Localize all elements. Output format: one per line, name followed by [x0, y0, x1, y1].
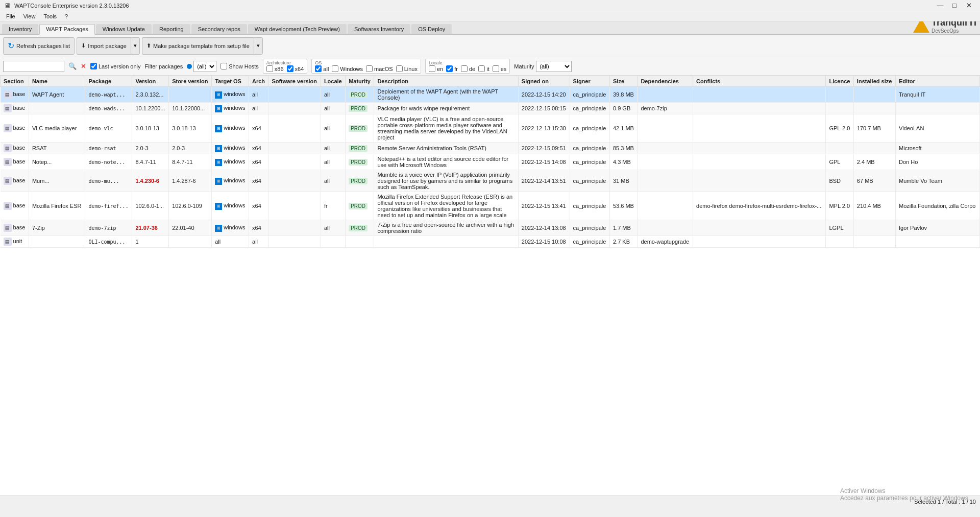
- show-hosts-checkbox[interactable]: [220, 63, 227, 69]
- last-version-only-checkbox[interactable]: [90, 63, 97, 69]
- tab-os-deploy[interactable]: OS Deploy: [411, 24, 452, 34]
- software-version-cell: [268, 236, 321, 248]
- col-conflicts[interactable]: Conflicts: [693, 76, 826, 87]
- table-row[interactable]: ▤ base WAPT Agent demo-wapt... 2.3.0.132…: [1, 87, 980, 103]
- make-template-button[interactable]: ⬆ Make package template from setup file: [142, 37, 254, 55]
- arch-cell: x64: [249, 154, 268, 170]
- col-signed-on[interactable]: Signed on: [518, 76, 570, 87]
- table-row[interactable]: ▤ base Mum... demo-mu... 1.4.230-6 1.4.2…: [1, 170, 980, 192]
- software-version-cell: [268, 154, 321, 170]
- menu-view[interactable]: View: [19, 12, 40, 20]
- licence-cell: [826, 103, 853, 114]
- logo-text: Tranquil IT DevSecOps: [932, 21, 978, 34]
- menu-file[interactable]: File: [2, 12, 19, 20]
- arch-x86-label[interactable]: x86: [266, 65, 284, 72]
- col-name[interactable]: Name: [29, 76, 85, 87]
- maturity-cell: PROD: [346, 170, 374, 192]
- locale-it-checkbox[interactable]: [478, 65, 485, 72]
- col-version[interactable]: Version: [132, 76, 169, 87]
- col-section[interactable]: Section: [1, 76, 29, 87]
- installed-size-cell: [853, 87, 895, 103]
- name-cell: WAPT Agent: [29, 87, 85, 103]
- locale-es-label[interactable]: es: [493, 65, 507, 72]
- maturity-select[interactable]: (all): [536, 61, 572, 72]
- table-row[interactable]: ▤ base demo-wads... 10.1.2200... 10.1.22…: [1, 103, 980, 114]
- locale-de-label[interactable]: de: [461, 65, 475, 72]
- os-linux-checkbox[interactable]: [396, 65, 403, 72]
- os-all-label[interactable]: all: [315, 65, 329, 72]
- section-cell: ▤ unit: [1, 236, 29, 248]
- menu-tools[interactable]: Tools: [39, 12, 61, 20]
- os-all-checkbox[interactable]: [315, 65, 322, 72]
- os-windows-label[interactable]: Windows: [332, 65, 363, 72]
- name-cell: Mum...: [29, 170, 85, 192]
- locale-es-checkbox[interactable]: [493, 65, 499, 72]
- os-macos-label[interactable]: macOS: [366, 65, 393, 72]
- col-maturity[interactable]: Maturity: [346, 76, 374, 87]
- tab-wapt-packages[interactable]: WAPT Packages: [39, 24, 95, 35]
- make-template-dropdown-button[interactable]: ▾: [254, 37, 263, 55]
- table-row[interactable]: ▤ base 7-Zip demo-7zip 21.07-36 22.01-40…: [1, 220, 980, 236]
- last-version-only-checkbox-label[interactable]: Last version only: [90, 63, 141, 69]
- col-installed-size[interactable]: Installed size: [853, 76, 895, 87]
- tab-softwares-inventory[interactable]: Softwares Inventory: [348, 24, 410, 34]
- minimize-button[interactable]: —: [933, 0, 947, 11]
- locale-fr-label[interactable]: fr: [446, 65, 458, 72]
- tab-inventory[interactable]: Inventory: [2, 24, 38, 34]
- col-size[interactable]: Size: [609, 76, 637, 87]
- import-package-button[interactable]: ⬇ Import package: [77, 37, 131, 55]
- col-target-os[interactable]: Target OS: [212, 76, 249, 87]
- table-row[interactable]: ▤ base RSAT demo-rsat 2.0-3 2.0-3 ⊞ wind…: [1, 143, 980, 154]
- col-package[interactable]: Package: [85, 76, 132, 87]
- import-package-dropdown-button[interactable]: ▾: [131, 37, 140, 55]
- os-linux-label[interactable]: Linux: [396, 65, 418, 72]
- col-software-version[interactable]: Software version: [268, 76, 321, 87]
- section-icon: ▤: [4, 90, 12, 99]
- col-locale[interactable]: Locale: [321, 76, 345, 87]
- section-icon: ▤: [4, 124, 12, 132]
- col-licence[interactable]: Licence: [826, 76, 853, 87]
- table-row[interactable]: ▤ base Mozilla Firefox ESR demo-firef...…: [1, 192, 980, 220]
- table-row[interactable]: ▤ unit OLI-compu... 1 all all 2022-12-15…: [1, 236, 980, 248]
- arch-x64-label[interactable]: x64: [287, 65, 304, 72]
- filter-bar: 🔍 ✕ Last version only Filter packages (a…: [0, 57, 980, 76]
- maximize-button[interactable]: □: [947, 0, 962, 11]
- signed-on-cell: 2022-12-15 08:15: [518, 103, 570, 114]
- col-editor[interactable]: Editor: [896, 76, 980, 87]
- tab-reporting[interactable]: Reporting: [153, 24, 190, 34]
- locale-de-checkbox[interactable]: [461, 65, 468, 72]
- col-dependencies[interactable]: Dependencies: [638, 76, 693, 87]
- search-icon[interactable]: 🔍: [68, 62, 77, 70]
- tab-wapt-dev[interactable]: Wapt development (Tech Preview): [248, 24, 347, 34]
- arch-x64-checkbox[interactable]: [287, 65, 293, 72]
- close-button[interactable]: ✕: [962, 0, 976, 11]
- show-hosts-checkbox-label[interactable]: Show Hosts: [220, 63, 259, 69]
- locale-fr-checkbox[interactable]: [446, 65, 453, 72]
- dependencies-cell: demo-7zip: [638, 103, 693, 114]
- installed-size-cell: [853, 103, 895, 114]
- dependencies-cell: [638, 154, 693, 170]
- filter-packages-select[interactable]: (all): [193, 61, 216, 72]
- tab-windows-update[interactable]: Windows Update: [96, 24, 152, 34]
- titlebar-controls: — □ ✕: [933, 0, 976, 11]
- table-row[interactable]: ▤ base VLC media player demo-vlc 3.0.18-…: [1, 114, 980, 143]
- menu-help[interactable]: ?: [61, 12, 72, 20]
- signer-cell: ca_principale: [570, 170, 609, 192]
- conflicts-cell: [693, 236, 826, 248]
- os-macos-checkbox[interactable]: [366, 65, 373, 72]
- arch-x86-checkbox[interactable]: [266, 65, 273, 72]
- table-row[interactable]: ▤ base Notep... demo-note... 8.4.7-11 8.…: [1, 154, 980, 170]
- col-signer[interactable]: Signer: [570, 76, 609, 87]
- col-store-version[interactable]: Store version: [169, 76, 212, 87]
- col-arch[interactable]: Arch: [249, 76, 268, 87]
- locale-en-checkbox[interactable]: [429, 65, 435, 72]
- col-description[interactable]: Description: [374, 76, 518, 87]
- refresh-packages-button[interactable]: ↻ Refresh packages list: [3, 37, 75, 55]
- locale-en-label[interactable]: en: [429, 65, 443, 72]
- os-windows-checkbox[interactable]: [332, 65, 338, 72]
- locale-it-label[interactable]: it: [478, 65, 489, 72]
- target-os-cell: ⊞ windows: [212, 87, 249, 103]
- clear-search-icon[interactable]: ✕: [81, 62, 86, 70]
- tab-secondary-repos[interactable]: Secondary repos: [191, 24, 247, 34]
- search-input[interactable]: [3, 61, 64, 72]
